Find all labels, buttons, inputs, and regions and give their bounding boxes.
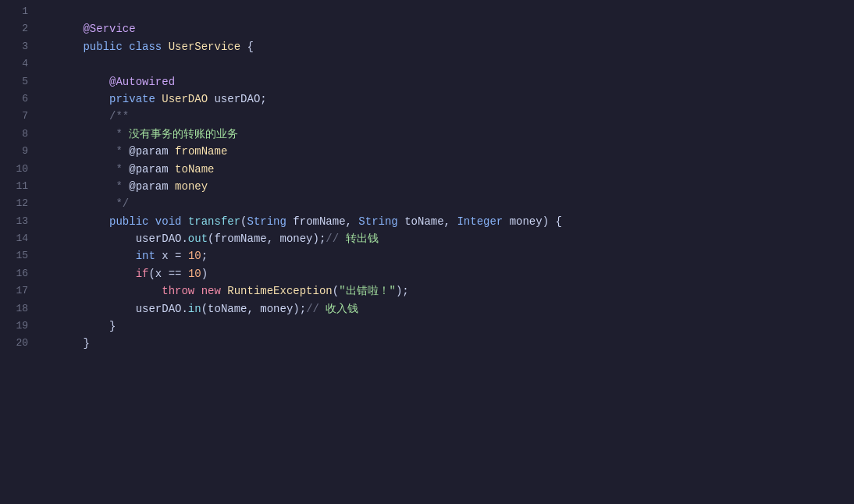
line-num-13: 13 xyxy=(9,213,28,230)
line-num-3: 3 xyxy=(9,38,28,55)
code-line-19: } xyxy=(37,318,854,335)
line-num-14: 14 xyxy=(9,230,28,247)
line-num-16: 16 xyxy=(9,265,28,282)
line-num-10: 10 xyxy=(9,161,28,178)
line-num-1: 1 xyxy=(9,3,28,20)
code-line-7: * 没有事务的转账的业务 xyxy=(37,108,854,125)
line-num-12: 12 xyxy=(9,195,28,212)
code-editor: 1 2 3 4 5 6 7 8 9 10 11 12 13 14 15 16 1… xyxy=(0,0,854,504)
line-num-5: 5 xyxy=(9,73,28,91)
line-num-8: 8 xyxy=(9,126,28,143)
code-line-4: @Autowired xyxy=(37,55,854,73)
code-line-1: @Service xyxy=(37,3,854,20)
line-num-11: 11 xyxy=(9,178,28,195)
line-num-2: 2 xyxy=(9,20,28,37)
line-num-9: 9 xyxy=(9,143,28,160)
code-line-12: public void transfer(String fromName, St… xyxy=(37,195,854,212)
code-line-2: public class UserService { xyxy=(37,20,854,37)
line-num-17: 17 xyxy=(9,282,28,300)
line-num-4: 4 xyxy=(9,55,28,73)
line-numbers: 1 2 3 4 5 6 7 8 9 10 11 12 13 14 15 16 1… xyxy=(0,0,37,504)
line-num-7: 7 xyxy=(9,108,28,125)
line-num-19: 19 xyxy=(9,318,28,335)
line-num-18: 18 xyxy=(9,300,28,318)
line-num-20: 20 xyxy=(9,335,28,352)
line-num-6: 6 xyxy=(9,91,28,108)
code-line-20 xyxy=(37,335,854,352)
code-content[interactable]: @Service public class UserService { @Aut… xyxy=(37,0,854,504)
line-num-15: 15 xyxy=(9,247,28,264)
